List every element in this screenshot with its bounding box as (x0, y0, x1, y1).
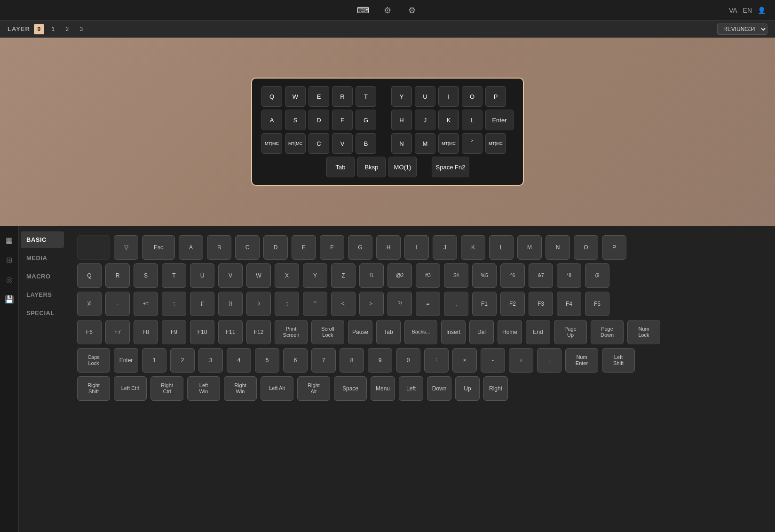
key-num-6[interactable]: 6 (283, 348, 308, 373)
key-excl-1[interactable]: !1 (359, 263, 384, 288)
key-left-alt[interactable]: Left Alt (261, 376, 293, 401)
mini-key-mt1[interactable]: MT(MC (261, 133, 282, 154)
key-home[interactable]: Home (498, 320, 522, 344)
key-tab[interactable]: Tab (376, 320, 401, 344)
key-left-ctrl[interactable]: Left Ctrl (114, 376, 147, 401)
mini-key-mt2[interactable]: MT(MC (285, 133, 306, 154)
key-num-7[interactable]: 7 (311, 348, 336, 373)
key-f11[interactable]: F11 (218, 320, 243, 344)
key-f1[interactable]: F1 (472, 292, 497, 316)
key-num-0[interactable]: 0 (396, 348, 420, 373)
mini-key-mt3[interactable]: MT(MC (438, 133, 459, 154)
key-del[interactable]: Del (469, 320, 494, 344)
key-v[interactable]: V (218, 263, 243, 288)
key-hash-3[interactable]: #3 (416, 263, 440, 288)
key-l[interactable]: L (489, 235, 514, 260)
key-down-arrow-nav[interactable]: Down (427, 376, 451, 401)
mini-key-v[interactable]: V (332, 133, 353, 154)
key-pause[interactable]: Pause (348, 320, 372, 344)
mini-key-o[interactable]: O (462, 86, 482, 107)
key-up-arrow[interactable]: Up (455, 376, 480, 401)
key-num-2[interactable]: 2 (170, 348, 195, 373)
key-quote[interactable]: "' (303, 292, 327, 316)
key-num-3[interactable]: 3 (198, 348, 223, 373)
key-num-5[interactable]: 5 (255, 348, 279, 373)
mini-key-t[interactable]: T (356, 86, 376, 107)
keyboard-icon[interactable]: ⌨ (356, 4, 370, 17)
user-icon[interactable]: 👤 (758, 7, 766, 14)
key-caps-lock[interactable]: CapsLock (77, 348, 110, 373)
key-f5[interactable]: F5 (585, 292, 609, 316)
layer-0[interactable]: 0 (34, 24, 44, 34)
key-x[interactable]: X (275, 263, 299, 288)
mini-key-n[interactable]: N (391, 133, 412, 154)
key-f9[interactable]: F9 (162, 320, 186, 344)
key-numpad-dot[interactable]: . (537, 348, 561, 373)
key-end[interactable]: End (526, 320, 550, 344)
mini-key-a[interactable]: A (261, 110, 282, 130)
layer-1[interactable]: 1 (48, 24, 58, 34)
key-backspace[interactable]: Backs... (404, 320, 437, 344)
key-esc[interactable]: Esc (142, 235, 175, 260)
key-y[interactable]: Y (303, 263, 327, 288)
key-colon-semi[interactable]: :; (162, 292, 186, 316)
key-r[interactable]: R (105, 263, 130, 288)
mini-key-u[interactable]: U (415, 86, 435, 107)
layer-2[interactable]: 2 (62, 24, 72, 34)
sidebar-item-special[interactable]: SPECIAL (21, 305, 64, 321)
key-numpad-minus[interactable]: - (481, 348, 505, 373)
key-right-win[interactable]: RightWin (224, 376, 257, 401)
key-d[interactable]: D (263, 235, 288, 260)
key-f6[interactable]: F6 (77, 320, 102, 344)
key-lt-comma[interactable]: <, (331, 292, 356, 316)
key-num-4[interactable]: 4 (227, 348, 251, 373)
mini-key-q[interactable]: Q (261, 86, 282, 107)
key-f2[interactable]: F2 (500, 292, 525, 316)
key-p[interactable]: P (602, 235, 626, 260)
sidebar-circle-icon[interactable]: ◎ (1, 271, 18, 288)
key-u[interactable]: U (190, 263, 214, 288)
sidebar-grid-icon[interactable]: ▦ (1, 231, 18, 248)
key-star-8[interactable]: *8 (557, 263, 581, 288)
key-num-lock[interactable]: NumLock (627, 320, 660, 344)
key-w[interactable]: W (246, 263, 271, 288)
key-left-shift[interactable]: LeftShift (602, 348, 635, 373)
mini-key-tab[interactable]: Tab (326, 157, 355, 177)
mini-key-j[interactable]: J (415, 110, 435, 130)
mini-key-space-fn2[interactable]: Space Fn2 (432, 157, 469, 177)
key-right-ctrl[interactable]: RightCtrl (150, 376, 183, 401)
key-rparen-0[interactable]: )0 (77, 292, 102, 316)
key-num-9[interactable]: 9 (368, 348, 392, 373)
mini-key-i[interactable]: I (438, 86, 459, 107)
key-num-1[interactable]: 1 (142, 348, 166, 373)
mini-key-m[interactable]: M (415, 133, 435, 154)
key-c[interactable]: C (235, 235, 260, 260)
key-scroll-lock[interactable]: ScrollLock (311, 320, 344, 344)
mini-key-w[interactable]: W (285, 86, 306, 107)
key-page-up[interactable]: PageUp (554, 320, 587, 344)
key-g[interactable]: G (348, 235, 372, 260)
key-comma[interactable]: , (444, 292, 468, 316)
sidebar-item-basic[interactable]: BASIC (21, 231, 64, 248)
sidebar-save-icon[interactable]: 💾 (1, 291, 18, 308)
key-right-arrow[interactable]: Right (483, 376, 508, 401)
key-f7[interactable]: F7 (105, 320, 130, 344)
key-z[interactable]: Z (331, 263, 356, 288)
mini-key-f[interactable]: F (332, 110, 353, 130)
key-enter[interactable]: Enter (114, 348, 138, 373)
mini-key-mo1[interactable]: MO(1) (388, 157, 417, 177)
key-f3[interactable]: F3 (529, 292, 553, 316)
mini-key-h[interactable]: H (391, 110, 412, 130)
key-percent-5[interactable]: %5 (472, 263, 497, 288)
key-dollar-4[interactable]: $4 (444, 263, 468, 288)
key-gt-dot[interactable]: >. (359, 292, 384, 316)
mini-key-b[interactable]: B (356, 133, 376, 154)
key-left-win[interactable]: LeftWin (187, 376, 220, 401)
key-j[interactable]: J (433, 235, 457, 260)
key-divide[interactable]: ÷ (424, 348, 449, 373)
tune-icon[interactable]: ⚙ (381, 4, 394, 17)
mini-key-y[interactable]: Y (391, 86, 412, 107)
key-question-slash[interactable]: ?/ (388, 292, 412, 316)
key-rbrace[interactable]: }] (218, 292, 243, 316)
key-amp-7[interactable]: &7 (529, 263, 553, 288)
